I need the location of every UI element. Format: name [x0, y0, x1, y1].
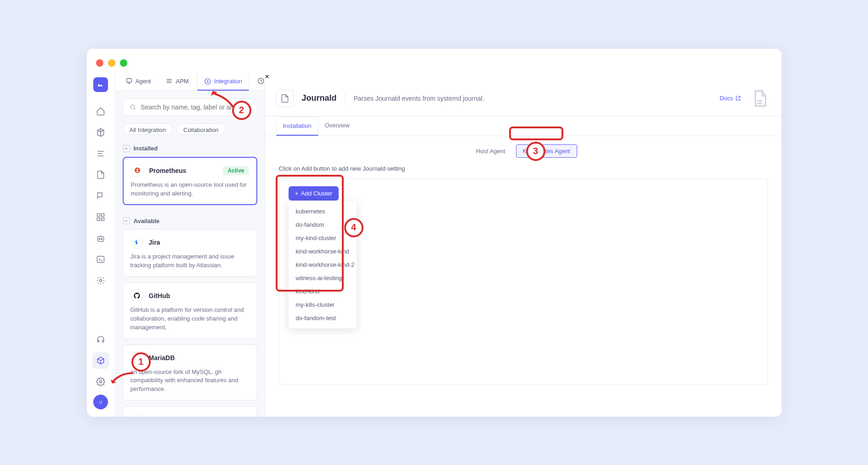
card-prometheus[interactable]: Prometheus Active Prometheus is an open-…	[123, 157, 257, 206]
nav-settings-icon[interactable]	[92, 373, 109, 390]
detail-header: Journald Parses Journald events from sys…	[265, 81, 782, 116]
svg-rect-0	[97, 213, 100, 216]
cluster-option[interactable]: do-fandom	[289, 218, 357, 231]
search-icon	[130, 103, 136, 111]
card-github[interactable]: GitHub GitHub is a platform for version …	[123, 282, 257, 339]
card-github-desc: GitHub is a platform for version control…	[130, 306, 250, 332]
svg-rect-7	[97, 256, 104, 262]
nav-package-icon[interactable]	[92, 352, 109, 369]
svg-rect-2	[97, 218, 100, 220]
prometheus-icon	[131, 164, 144, 177]
card-redpanda-name: Redpanda	[149, 416, 180, 416]
integrations-list-panel: Agent APM Integration RUM	[115, 73, 265, 417]
cluster-area: + Add Cluster kubernetesdo-fandommy-kind…	[279, 178, 768, 385]
card-jira[interactable]: Jira Jira is a project management and is…	[123, 229, 257, 277]
svg-point-10	[99, 401, 100, 402]
detail-title: Journald	[302, 93, 337, 103]
cluster-option[interactable]: kind-workhorse-kind	[289, 245, 357, 258]
svg-point-9	[100, 380, 102, 383]
add-cluster-label: Add Cluster	[301, 190, 332, 197]
nav-alert-icon[interactable]	[92, 188, 109, 204]
cluster-option[interactable]: kind-workhorse-kind-2	[289, 258, 357, 271]
tab-apm-label: APM	[176, 78, 188, 85]
page-fold-icon	[750, 88, 771, 109]
tab-integration-label: Integration	[214, 78, 242, 85]
card-redpanda[interactable]: R Redpanda	[123, 406, 257, 416]
filter-all[interactable]: All Integration	[123, 123, 173, 135]
svg-point-11	[101, 401, 102, 402]
cluster-option[interactable]: my-kind-cluster	[289, 231, 357, 245]
cluster-dropdown: kubernetesdo-fandommy-kind-clusterkind-w…	[289, 201, 357, 328]
nav-gear-icon[interactable]	[92, 272, 109, 289]
instruction-text: Click on Add button to add new Journald …	[265, 162, 782, 178]
card-prometheus-name: Prometheus	[149, 167, 187, 174]
close-window-icon[interactable]	[96, 59, 103, 67]
nav-dashboard-icon[interactable]	[92, 209, 109, 225]
nav-cube-icon[interactable]	[92, 124, 109, 141]
app-logo-icon[interactable]	[93, 77, 108, 92]
host-agent-button[interactable]: Host Agent	[469, 144, 512, 158]
detail-panel: × Journald Parses Journald events from s…	[265, 73, 782, 417]
svg-point-5	[99, 238, 100, 240]
nav-terminal-icon[interactable]	[92, 251, 109, 268]
cluster-option[interactable]: do-fandom-test	[289, 311, 357, 325]
section-installed-header[interactable]: − Installed	[115, 140, 265, 157]
plus-icon: +	[295, 190, 299, 197]
nav-home-icon[interactable]	[92, 103, 109, 120]
maximize-window-icon[interactable]	[120, 59, 127, 67]
collapse-icon: −	[123, 145, 130, 152]
card-prometheus-desc: Prometheus is an open-source tool used f…	[131, 181, 249, 198]
nav-rail	[87, 73, 115, 417]
window-controls	[96, 59, 127, 67]
card-github-name: GitHub	[149, 292, 170, 299]
card-mariadb-desc: an open-source fork of MySQL, gh compati…	[130, 368, 250, 394]
tab-integration[interactable]: Integration	[197, 73, 249, 91]
filter-collab[interactable]: Collaboration	[176, 123, 226, 135]
app-window: Agent APM Integration RUM	[87, 49, 782, 417]
nav-chat-icon[interactable]	[93, 395, 108, 409]
nav-file-icon[interactable]	[92, 166, 109, 183]
search-input[interactable]	[141, 103, 250, 111]
svg-point-6	[101, 238, 102, 240]
search-input-box[interactable]	[123, 98, 257, 116]
detail-subtitle: Parses Journald events from systemd jour…	[354, 95, 484, 102]
tab-installation[interactable]: Installation	[276, 116, 318, 136]
cluster-option[interactable]: kubernetes	[289, 205, 357, 218]
tab-agent[interactable]: Agent	[119, 73, 158, 91]
svg-rect-12	[126, 79, 131, 82]
tab-overview[interactable]: Overview	[318, 116, 356, 136]
jira-icon	[130, 236, 143, 249]
svg-point-15	[130, 105, 134, 109]
nav-bot-icon[interactable]	[92, 230, 109, 247]
cluster-option[interactable]: witness-ai-testing	[289, 271, 357, 285]
github-icon	[130, 289, 143, 302]
kubernetes-agent-button[interactable]: Kubernetes Agent	[516, 144, 577, 158]
card-jira-desc: Jira is a project management and issue t…	[130, 253, 250, 270]
tab-agent-label: Agent	[136, 78, 151, 85]
section-installed-label: Installed	[134, 145, 158, 152]
filter-row: All Integration Collaboration	[115, 123, 265, 140]
minimize-window-icon[interactable]	[108, 59, 115, 67]
svg-rect-3	[102, 218, 104, 220]
app-body: Agent APM Integration RUM	[87, 49, 782, 417]
agent-toggle-row: Host Agent Kubernetes Agent	[265, 136, 782, 162]
tab-rum[interactable]: RUM	[251, 73, 265, 91]
card-jira-name: Jira	[149, 239, 160, 246]
docs-link[interactable]: Docs	[720, 95, 741, 102]
nav-headset-icon[interactable]	[92, 331, 109, 348]
card-mariadb[interactable]: MariaDB an open-source fork of MySQL, gh…	[123, 344, 257, 401]
cluster-option[interactable]: kind-kind	[289, 285, 357, 298]
card-mariadb-name: MariaDB	[149, 354, 175, 362]
section-available-header[interactable]: − Available	[115, 212, 265, 229]
svg-rect-1	[102, 213, 104, 216]
section-available-label: Available	[134, 218, 160, 224]
close-icon[interactable]: ×	[265, 73, 782, 81]
cluster-option[interactable]: my-k8s-cluster	[289, 298, 357, 311]
svg-rect-4	[97, 236, 103, 241]
title-divider	[345, 92, 346, 105]
nav-lines-icon[interactable]	[92, 145, 109, 162]
tab-apm[interactable]: APM	[159, 73, 195, 91]
add-cluster-button[interactable]: + Add Cluster	[289, 186, 339, 201]
external-link-icon	[735, 95, 741, 101]
top-tabs: Agent APM Integration RUM	[115, 73, 265, 91]
